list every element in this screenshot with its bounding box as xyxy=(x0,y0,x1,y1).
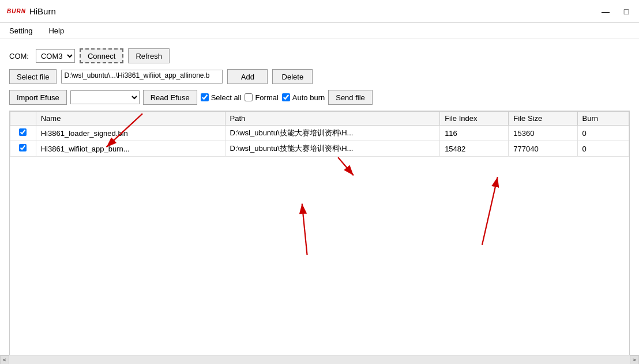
app-logo: BURN xyxy=(7,8,26,14)
send-file-button[interactable]: Send file xyxy=(328,90,373,105)
col-header-name: Name xyxy=(36,112,225,126)
row-burn: 0 xyxy=(577,126,629,141)
add-button[interactable]: Add xyxy=(227,69,268,84)
efuse-select[interactable] xyxy=(70,90,140,104)
scroll-left-button[interactable]: < xyxy=(0,355,9,365)
row-file-index: 15482 xyxy=(440,141,509,157)
toolbar-row-1: COM: COM3 COM1 COM2 COM4 Connect Refresh xyxy=(9,48,630,63)
select-all-label[interactable]: Select all xyxy=(201,93,242,102)
col-header-fileindex: File Index xyxy=(440,112,509,126)
title-bar: BURN HiBurn — □ xyxy=(0,0,639,23)
delete-button[interactable]: Delete xyxy=(272,69,313,84)
maximize-button[interactable]: □ xyxy=(621,7,632,16)
refresh-button[interactable]: Refresh xyxy=(128,48,170,63)
toolbar-row-3: Import Efuse Read Efuse Select all Forma… xyxy=(9,90,630,105)
file-table-container: Name Path File Index File Size Burn Hi38… xyxy=(9,111,630,357)
row-path: D:\wsl_ubuntu\技能大赛培训资料\H... xyxy=(225,126,440,141)
select-file-button[interactable]: Select file xyxy=(9,69,57,84)
main-content: COM: COM3 COM1 COM2 COM4 Connect Refresh… xyxy=(0,39,639,364)
scroll-track[interactable] xyxy=(9,355,630,364)
row-checkbox-cell[interactable] xyxy=(10,126,36,141)
menu-bar: Setting Help xyxy=(0,23,639,39)
file-table: Name Path File Index File Size Burn Hi38… xyxy=(10,111,629,157)
row-file-size: 777040 xyxy=(509,141,577,157)
select-all-checkbox[interactable] xyxy=(201,93,209,101)
horizontal-scrollbar: < > xyxy=(0,355,639,364)
app-title: HiBurn xyxy=(29,6,600,16)
row-file-size: 15360 xyxy=(509,126,577,141)
connect-button[interactable]: Connect xyxy=(80,48,123,63)
row-1-checkbox[interactable] xyxy=(19,144,27,151)
row-name: Hi3861_wifiiot_app_burn... xyxy=(36,141,225,157)
read-efuse-button[interactable]: Read Efuse xyxy=(143,90,197,105)
menu-setting[interactable]: Setting xyxy=(6,25,36,36)
row-name: Hi3861_loader_signed.bin xyxy=(36,126,225,141)
minimize-button[interactable]: — xyxy=(600,7,611,16)
import-efuse-button[interactable]: Import Efuse xyxy=(9,90,67,105)
menu-help[interactable]: Help xyxy=(45,25,67,36)
table-header-row: Name Path File Index File Size Burn xyxy=(10,112,629,126)
com-select[interactable]: COM3 COM1 COM2 COM4 xyxy=(36,49,75,63)
formal-label[interactable]: Formal xyxy=(245,93,278,102)
row-0-checkbox[interactable] xyxy=(19,128,27,136)
row-checkbox-cell[interactable] xyxy=(10,141,36,157)
col-header-path: Path xyxy=(225,112,440,126)
table-row[interactable]: Hi3861_wifiiot_app_burn...D:\wsl_ubuntu\… xyxy=(10,141,629,157)
window-controls: — □ xyxy=(600,7,632,16)
auto-burn-checkbox[interactable] xyxy=(282,93,290,101)
formal-checkbox[interactable] xyxy=(245,93,253,101)
file-path-display: D:\wsl_ubuntu\...\Hi3861_wifiiot_app_all… xyxy=(61,70,223,84)
toolbar-row-2: Select file D:\wsl_ubuntu\...\Hi3861_wif… xyxy=(9,69,630,84)
row-path: D:\wsl_ubuntu\技能大赛培训资料\H... xyxy=(225,141,440,157)
com-label: COM: xyxy=(9,52,29,60)
col-header-check xyxy=(10,112,36,126)
col-header-filesize: File Size xyxy=(509,112,577,126)
col-header-burn: Burn xyxy=(577,112,629,126)
auto-burn-label[interactable]: Auto burn xyxy=(282,93,325,102)
row-file-index: 116 xyxy=(440,126,509,141)
row-burn: 0 xyxy=(577,141,629,157)
table-row[interactable]: Hi3861_loader_signed.binD:\wsl_ubuntu\技能… xyxy=(10,126,629,141)
scroll-right-button[interactable]: > xyxy=(630,355,639,365)
